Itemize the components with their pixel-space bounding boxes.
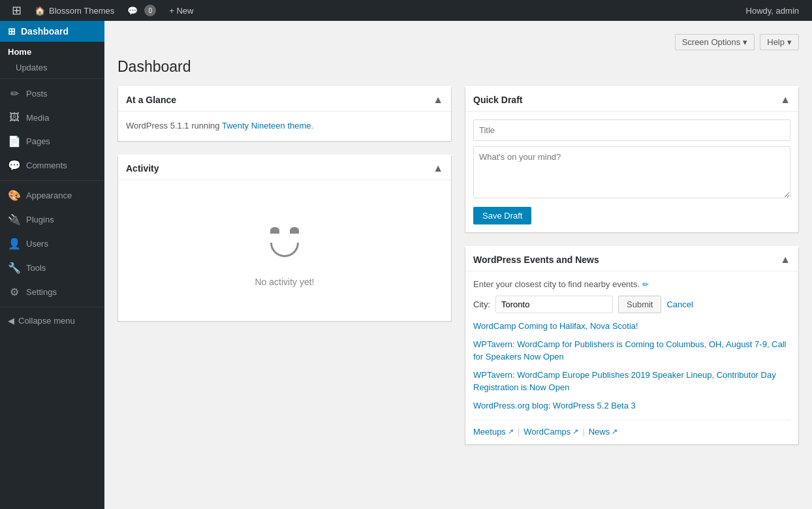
city-input[interactable]: [495, 296, 613, 313]
activity-body: No activity yet!: [118, 180, 451, 321]
home-section-label: Home: [8, 47, 31, 57]
footer-separator-2: |: [582, 427, 584, 437]
sidebar-dashboard-label: Dashboard: [21, 26, 69, 37]
tools-icon: 🔧: [8, 262, 21, 274]
sidebar-separator-1: [0, 78, 104, 79]
quick-draft-widget: Quick Draft ▲ Save Draft: [465, 86, 799, 233]
news-external-icon: ↗: [612, 427, 617, 436]
sidebar-item-media[interactable]: 🖼 Media: [0, 106, 104, 129]
quick-draft-header: Quick Draft ▲: [465, 89, 798, 112]
posts-icon: ✏: [8, 87, 21, 100]
sidebar-item-users[interactable]: 👤 Users: [0, 232, 104, 256]
sidebar-item-tools[interactable]: 🔧 Tools: [0, 256, 104, 280]
at-a-glance-header: At a Glance ▲: [118, 89, 451, 112]
settings-label: Settings: [26, 287, 57, 297]
home-icon: 🏠: [35, 6, 45, 16]
new-content-button[interactable]: + New: [163, 0, 200, 21]
at-a-glance-toggle[interactable]: ▲: [433, 94, 443, 106]
events-news-header: WordPress Events and News ▲: [465, 249, 798, 271]
wordcamps-link[interactable]: WordCamps ↗: [523, 427, 578, 437]
city-cancel-link[interactable]: Cancel: [666, 300, 693, 309]
screen-options-label: Screen Options: [682, 37, 741, 47]
plugins-label: Plugins: [26, 215, 54, 224]
comments-button[interactable]: 💬 0: [121, 0, 163, 21]
wp-version-prefix: WordPress 5.1.1 running: [126, 121, 222, 131]
events-news-body: Enter your closest city to find nearby e…: [465, 271, 798, 444]
eye-left: [270, 227, 279, 234]
sidebar-item-pages[interactable]: 📄 Pages: [0, 129, 104, 153]
help-button[interactable]: Help ▾: [760, 34, 799, 50]
activity-title: Activity: [126, 163, 159, 174]
news-item-3[interactable]: WordPress.org blog: WordPress 5.2 Beta 3: [473, 399, 790, 412]
sidebar-item-plugins[interactable]: 🔌 Plugins: [0, 208, 104, 232]
smiley-face-graphic: [258, 214, 311, 266]
sidebar-item-appearance[interactable]: 🎨 Appearance: [0, 183, 104, 208]
sidebar-item-comments[interactable]: 💬 Comments: [0, 153, 104, 177]
quick-draft-toggle[interactable]: ▲: [780, 94, 790, 106]
theme-link[interactable]: Twenty Nineteen theme.: [222, 121, 313, 131]
sidebar-item-dashboard[interactable]: ⊞ Dashboard: [0, 21, 104, 42]
page-title: Dashboard: [117, 58, 799, 76]
media-label: Media: [26, 113, 49, 123]
save-draft-button[interactable]: Save Draft: [473, 207, 531, 224]
settings-icon: ⚙: [8, 286, 21, 298]
pages-icon: 📄: [8, 135, 21, 147]
main-content: Screen Options ▾ Help ▾ Dashboard At a G…: [104, 21, 812, 509]
meetups-label: Meetups: [473, 427, 506, 437]
collapse-label: Collapse menu: [18, 316, 75, 326]
comments-sidebar-label: Comments: [26, 161, 67, 170]
events-city-row: City: Submit Cancel: [473, 296, 790, 313]
comments-sidebar-icon: 💬: [8, 159, 21, 172]
no-activity-text: No activity yet!: [255, 277, 314, 287]
wp-logo-icon: ⊞: [12, 3, 22, 18]
at-a-glance-widget: At a Glance ▲ WordPress 5.1.1 running Tw…: [117, 86, 452, 142]
events-news-widget: WordPress Events and News ▲ Enter your c…: [465, 246, 799, 445]
updates-label: Updates: [16, 63, 47, 72]
new-label: + New: [169, 6, 193, 16]
events-news-title: WordPress Events and News: [473, 254, 599, 265]
at-a-glance-text: WordPress 5.1.1 running Twenty Nineteen …: [126, 119, 443, 133]
news-item-0[interactable]: WordCamp Coming to Halifax, Nova Scotia!: [473, 320, 790, 333]
submit-label: Submit: [627, 300, 653, 309]
collapse-menu-button[interactable]: ◀ Collapse menu: [0, 310, 104, 332]
save-draft-label: Save Draft: [482, 211, 522, 221]
meetups-external-icon: ↗: [508, 427, 514, 436]
news-link-footer[interactable]: News ↗: [589, 427, 618, 437]
activity-empty-state: No activity yet!: [126, 188, 443, 313]
news-item-2[interactable]: WPTavern: WordCamp Europe Publishes 2019…: [473, 369, 790, 394]
sidebar-item-updates[interactable]: Updates: [0, 59, 104, 76]
main-topbar: Screen Options ▾ Help ▾: [117, 34, 799, 50]
draft-body-input[interactable]: [473, 146, 790, 198]
screen-options-button[interactable]: Screen Options ▾: [675, 34, 755, 50]
sidebar-home-section: Home: [0, 42, 104, 59]
site-name-label: Blossom Themes: [49, 6, 114, 16]
pages-label: Pages: [26, 136, 50, 146]
right-column: Quick Draft ▲ Save Draft WordPress Event…: [465, 86, 799, 445]
smiley-inner: [258, 214, 311, 266]
events-news-toggle[interactable]: ▲: [780, 254, 790, 266]
wordcamps-label: WordCamps: [523, 427, 570, 437]
news-footer-label: News: [589, 427, 610, 437]
sidebar-item-settings[interactable]: ⚙ Settings: [0, 280, 104, 304]
quick-draft-title: Quick Draft: [473, 95, 522, 105]
admin-bar: ⊞ 🏠 Blossom Themes 💬 0 + New Howdy, admi…: [0, 0, 812, 21]
wp-logo-button[interactable]: ⊞: [5, 0, 28, 21]
comments-count: 0: [144, 5, 156, 16]
draft-title-input[interactable]: [473, 119, 790, 141]
media-icon: 🖼: [8, 112, 21, 123]
tools-label: Tools: [26, 263, 46, 273]
help-label: Help: [767, 37, 785, 47]
screen-options-chevron-icon: ▾: [743, 37, 747, 47]
sidebar-item-posts[interactable]: ✏ Posts: [0, 82, 104, 106]
news-footer: Meetups ↗ | WordCamps ↗ | News ↗: [473, 420, 790, 437]
comment-icon: 💬: [127, 6, 138, 16]
news-items-list: WordCamp Coming to Halifax, Nova Scotia!…: [473, 320, 790, 412]
news-item-1[interactable]: WPTavern: WordCamp for Publishers is Com…: [473, 338, 790, 363]
site-name-button[interactable]: 🏠 Blossom Themes: [28, 0, 121, 21]
pencil-icon[interactable]: ✏: [642, 280, 649, 289]
activity-toggle[interactable]: ▲: [433, 162, 443, 174]
meetups-link[interactable]: Meetups ↗: [473, 427, 514, 437]
city-label: City:: [473, 300, 490, 309]
city-submit-button[interactable]: Submit: [618, 296, 661, 313]
dashboard-grid: At a Glance ▲ WordPress 5.1.1 running Tw…: [117, 86, 799, 445]
